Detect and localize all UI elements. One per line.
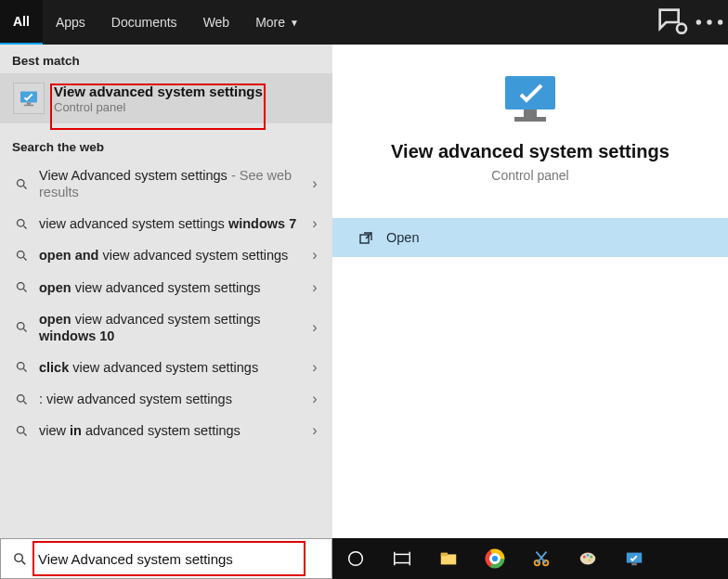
tab-web[interactable]: Web bbox=[190, 0, 243, 45]
search-icon bbox=[1, 551, 38, 567]
web-result-item[interactable]: view advanced system settings windows 7› bbox=[0, 208, 332, 239]
web-result-text: open view advanced system settings windo… bbox=[39, 311, 306, 344]
open-action[interactable]: Open bbox=[332, 218, 728, 257]
svg-point-1 bbox=[696, 19, 701, 24]
svg-point-35 bbox=[590, 556, 592, 559]
svg-point-19 bbox=[14, 553, 21, 561]
web-result-item[interactable]: click view advanced system settings› bbox=[0, 352, 332, 383]
preview-monitor-icon bbox=[498, 72, 563, 128]
chevron-right-icon[interactable]: › bbox=[306, 215, 323, 232]
svg-point-12 bbox=[17, 363, 24, 370]
svg-rect-38 bbox=[631, 563, 637, 566]
best-match-subtitle: Control panel bbox=[54, 100, 263, 114]
svg-point-7 bbox=[17, 179, 24, 187]
svg-rect-18 bbox=[360, 235, 369, 243]
chevron-right-icon[interactable]: › bbox=[306, 279, 323, 296]
search-filter-tabs: All Apps Documents Web More▼ bbox=[0, 0, 728, 45]
svg-point-33 bbox=[583, 556, 586, 559]
chevron-right-icon[interactable]: › bbox=[306, 319, 323, 336]
svg-rect-5 bbox=[27, 103, 32, 105]
svg-rect-16 bbox=[524, 109, 537, 117]
open-icon bbox=[358, 230, 373, 245]
web-result-text: view in advanced system settings bbox=[39, 422, 306, 439]
svg-rect-15 bbox=[505, 76, 555, 109]
svg-point-14 bbox=[17, 426, 24, 433]
search-icon bbox=[13, 280, 30, 294]
svg-point-8 bbox=[17, 219, 24, 226]
chevron-right-icon[interactable]: › bbox=[306, 359, 323, 376]
feedback-icon[interactable] bbox=[654, 0, 691, 45]
web-result-text: : view advanced system settings bbox=[39, 391, 306, 407]
svg-rect-6 bbox=[24, 105, 34, 107]
paint-button[interactable] bbox=[565, 538, 611, 579]
best-match-item[interactable]: View advanced system settings Control pa… bbox=[0, 73, 332, 123]
chevron-right-icon[interactable]: › bbox=[306, 422, 323, 439]
search-input[interactable] bbox=[38, 551, 332, 567]
chevron-right-icon[interactable]: › bbox=[306, 391, 323, 407]
svg-rect-23 bbox=[441, 553, 448, 557]
web-result-item[interactable]: open and view advanced system settings› bbox=[0, 239, 332, 271]
web-result-item[interactable]: : view advanced system settings› bbox=[0, 383, 332, 415]
svg-point-3 bbox=[718, 19, 722, 24]
task-view-button[interactable] bbox=[379, 538, 425, 579]
chrome-button[interactable] bbox=[472, 538, 518, 579]
svg-point-10 bbox=[17, 283, 24, 290]
control-panel-icon bbox=[13, 83, 45, 114]
taskbar bbox=[332, 538, 728, 579]
snipping-tool-button[interactable] bbox=[518, 538, 565, 579]
svg-point-9 bbox=[17, 251, 24, 258]
tab-documents[interactable]: Documents bbox=[98, 0, 190, 45]
web-result-item[interactable]: view in advanced system settings› bbox=[0, 415, 332, 446]
tab-more[interactable]: More▼ bbox=[242, 0, 312, 45]
chevron-right-icon[interactable]: › bbox=[306, 247, 323, 264]
more-icon[interactable] bbox=[691, 0, 728, 45]
svg-point-20 bbox=[349, 552, 363, 566]
results-panel: Best match View advanced system settings… bbox=[0, 45, 332, 538]
preview-panel: View advanced system settings Control pa… bbox=[332, 45, 728, 538]
web-result-item[interactable]: View Advanced system settings - See web … bbox=[0, 160, 332, 208]
svg-point-36 bbox=[588, 559, 591, 561]
svg-rect-17 bbox=[514, 117, 546, 122]
chevron-right-icon[interactable]: › bbox=[306, 175, 323, 192]
search-icon bbox=[13, 249, 30, 263]
best-match-header: Best match bbox=[0, 45, 332, 73]
svg-point-2 bbox=[707, 19, 711, 24]
web-results-list: View Advanced system settings - See web … bbox=[0, 160, 332, 446]
best-match-title: View advanced system settings bbox=[54, 84, 263, 99]
web-result-text: open and view advanced system settings bbox=[39, 247, 306, 264]
file-explorer-button[interactable] bbox=[425, 538, 472, 579]
tab-all[interactable]: All bbox=[0, 0, 43, 45]
web-result-item[interactable]: open view advanced system settings› bbox=[0, 272, 332, 303]
tab-apps[interactable]: Apps bbox=[43, 0, 98, 45]
web-result-item[interactable]: open view advanced system settings windo… bbox=[0, 303, 332, 352]
svg-point-0 bbox=[677, 24, 686, 33]
preview-title: View advanced system settings bbox=[332, 141, 728, 162]
control-panel-button[interactable] bbox=[611, 538, 657, 579]
svg-point-13 bbox=[17, 394, 24, 402]
web-result-text: view advanced system settings windows 7 bbox=[39, 215, 306, 232]
svg-point-11 bbox=[17, 323, 24, 330]
search-box[interactable] bbox=[0, 538, 332, 579]
search-icon bbox=[13, 217, 30, 231]
preview-subtitle: Control panel bbox=[332, 168, 728, 183]
search-icon bbox=[13, 360, 30, 374]
svg-rect-21 bbox=[395, 554, 410, 562]
search-icon bbox=[13, 177, 30, 191]
search-web-header: Search the web bbox=[0, 123, 332, 160]
web-result-text: open view advanced system settings bbox=[39, 279, 306, 296]
search-icon bbox=[13, 424, 30, 438]
search-icon bbox=[13, 392, 30, 406]
open-label: Open bbox=[386, 230, 419, 245]
search-icon bbox=[13, 320, 30, 334]
web-result-text: View Advanced system settings - See web … bbox=[39, 167, 306, 200]
web-result-text: click view advanced system settings bbox=[39, 359, 306, 376]
cortana-button[interactable] bbox=[332, 538, 379, 579]
svg-point-34 bbox=[587, 554, 590, 557]
chevron-down-icon: ▼ bbox=[290, 18, 299, 28]
